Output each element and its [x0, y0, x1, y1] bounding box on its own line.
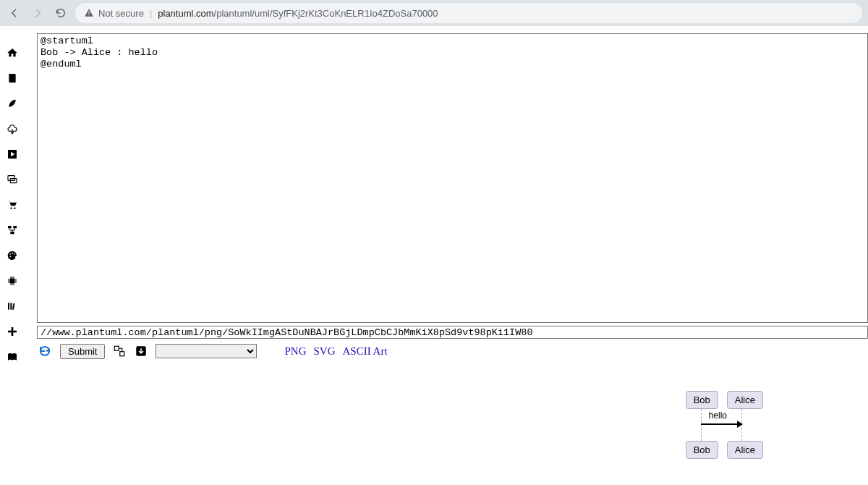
extract-window-icon[interactable] [112, 344, 127, 358]
svg-point-12 [13, 253, 14, 255]
forward-button[interactable] [29, 4, 46, 22]
actor-alice-top: Alice [727, 391, 763, 409]
svg-rect-20 [115, 346, 119, 350]
submit-button[interactable]: Submit [60, 344, 105, 359]
svg-point-5 [10, 207, 12, 208]
svg-rect-19 [8, 331, 17, 333]
book-icon[interactable] [6, 72, 19, 85]
rocket-icon[interactable] [6, 97, 19, 110]
arrow-line [701, 423, 741, 425]
palette-icon[interactable] [6, 249, 19, 262]
library-icon[interactable] [6, 300, 19, 313]
reload-button[interactable] [52, 4, 69, 22]
cloud-icon[interactable] [6, 122, 19, 135]
format-links: PNG SVG ASCII Art [284, 345, 387, 358]
security-indicator: Not secure [84, 8, 144, 19]
address-separator: | [150, 8, 152, 19]
plus-icon[interactable] [6, 325, 19, 338]
svg-rect-3 [8, 176, 14, 181]
svg-rect-7 [8, 226, 12, 228]
diagram-icon[interactable] [6, 224, 19, 237]
actor-bob-top: Bob [686, 391, 718, 409]
theme-select[interactable] [156, 344, 257, 358]
refresh-icon[interactable] [37, 343, 53, 359]
lifeline-bob [701, 409, 702, 441]
svg-rect-1 [88, 14, 89, 15]
image-url-input[interactable] [37, 326, 868, 339]
rendered-diagram: Bob Alice hello Bob Alice [686, 391, 763, 459]
svg-link[interactable]: SVG [313, 345, 335, 358]
browser-toolbar: Not secure | plantuml.com/plantuml/uml/S… [0, 0, 868, 26]
png-link[interactable]: PNG [284, 345, 306, 358]
uml-editor[interactable] [37, 33, 868, 323]
svg-rect-17 [12, 303, 14, 310]
svg-rect-21 [120, 352, 124, 356]
arrow-head-icon [737, 421, 743, 428]
svg-rect-14 [9, 279, 14, 284]
sidebar [0, 26, 24, 485]
actor-bob-bottom: Bob [686, 441, 718, 459]
svg-point-6 [14, 207, 15, 208]
svg-point-11 [12, 253, 13, 254]
svg-point-13 [9, 256, 11, 257]
download-icon[interactable] [134, 344, 148, 358]
chip-icon[interactable] [6, 274, 19, 287]
svg-rect-9 [10, 232, 14, 234]
svg-rect-8 [13, 226, 17, 228]
back-button[interactable] [6, 4, 23, 22]
security-label: Not secure [98, 8, 144, 19]
svg-rect-15 [8, 303, 9, 309]
read-icon[interactable] [6, 350, 19, 363]
actor-alice-bottom: Alice [727, 441, 763, 459]
svg-rect-0 [88, 12, 89, 14]
cart-icon[interactable] [6, 198, 19, 211]
svg-point-10 [9, 253, 11, 255]
chat-icon[interactable] [6, 173, 19, 186]
ascii-link[interactable]: ASCII Art [343, 345, 388, 358]
svg-rect-16 [10, 303, 12, 309]
play-icon[interactable] [6, 148, 19, 161]
toolbar: Submit PNG SVG ASCII Art [37, 343, 868, 359]
address-bar[interactable]: Not secure | plantuml.com/plantuml/uml/S… [75, 3, 862, 23]
home-icon[interactable] [6, 46, 19, 59]
url-text: plantuml.com/plantuml/uml/SyfFKj2rKt3CoK… [158, 8, 438, 19]
message-label: hello [709, 410, 727, 421]
